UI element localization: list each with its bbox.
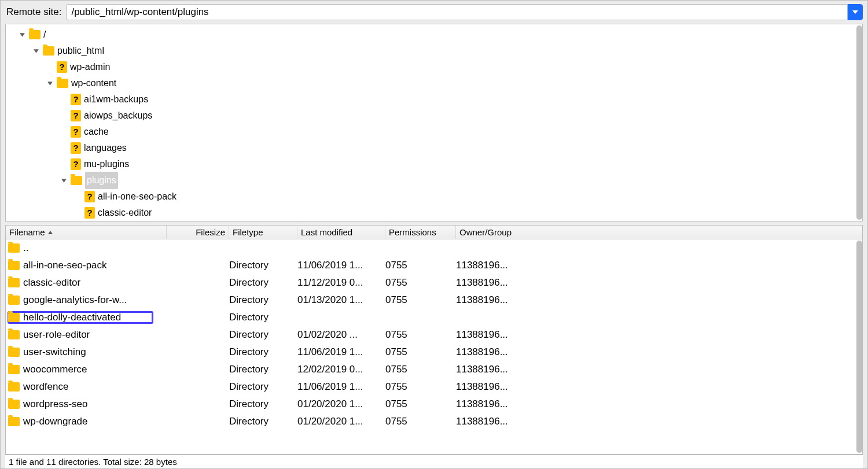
file-modified-cell: 01/20/2020 1... [297, 416, 385, 427]
file-row[interactable]: wp-downgradeDirectory01/20/2020 1...0755… [6, 413, 862, 430]
file-list-body[interactable]: ..all-in-one-seo-packDirectory11/06/2019… [6, 239, 862, 454]
file-row[interactable]: user-role-editorDirectory01/02/2020 ...0… [6, 326, 862, 344]
file-type-cell: Directory [229, 416, 297, 427]
column-permissions[interactable]: Permissions [385, 226, 456, 239]
file-name-cell: all-in-one-seo-pack [8, 260, 229, 271]
tree-node[interactable]: ?languages [9, 140, 862, 156]
file-permissions-cell: 0755 [385, 346, 456, 358]
file-type-cell: Directory [229, 364, 297, 375]
column-filetype-label: Filetype [233, 227, 263, 237]
file-name-label: user-switching [23, 346, 86, 358]
tree-scrollbar[interactable] [856, 25, 862, 220]
column-owner-group[interactable]: Owner/Group [456, 226, 862, 239]
file-row[interactable]: classic-editorDirectory11/12/2019 0...07… [6, 274, 862, 291]
tree-node[interactable]: ?ai1wm-backups [9, 91, 862, 108]
file-permissions-cell: 0755 [385, 381, 456, 393]
status-bar: 1 file and 11 directories. Total size: 2… [5, 455, 863, 468]
file-row[interactable]: wordpress-seoDirectory01/20/2020 1...075… [6, 396, 862, 413]
folder-icon [43, 46, 54, 56]
tree-node[interactable]: ?aiowps_backups [9, 108, 862, 124]
tree-node[interactable]: ?all-in-one-seo-pack [9, 189, 862, 205]
remote-path-input[interactable] [66, 4, 848, 20]
file-name-cell: user-role-editor [8, 329, 229, 341]
list-scrollbar[interactable] [856, 241, 862, 453]
file-name-label: classic-editor [23, 277, 80, 289]
file-name-cell: woocommerce [8, 364, 229, 375]
file-name-cell: .. [8, 242, 229, 254]
tree-node[interactable]: ?classic-editor [9, 205, 862, 221]
file-modified-cell: 01/20/2020 1... [297, 398, 385, 410]
file-row[interactable]: hello-dolly-deactivatedDirectory [6, 309, 862, 326]
file-name-cell: google-analytics-for-w... [8, 294, 229, 306]
file-owner-cell: 11388196... [456, 260, 527, 271]
file-modified-cell: 01/02/2020 ... [297, 329, 385, 341]
disclosure-triangle-icon[interactable] [32, 47, 40, 55]
folder-icon [8, 382, 20, 392]
tree-node-label: public_html [57, 42, 104, 60]
column-last-modified-label: Last modified [301, 227, 352, 237]
tree-node[interactable]: ?wp-admin [9, 59, 862, 75]
folder-icon [8, 278, 20, 287]
file-row[interactable]: user-switchingDirectory11/06/2019 1...07… [6, 344, 862, 361]
chevron-down-icon [852, 9, 859, 15]
column-filename[interactable]: Filename [6, 226, 167, 239]
file-list-header: Filename Filesize Filetype Last modified… [6, 226, 862, 239]
file-name-label: wordpress-seo [23, 398, 88, 410]
file-list-panel: Filename Filesize Filetype Last modified… [5, 225, 863, 455]
file-name-label: google-analytics-for-w... [23, 294, 127, 306]
tree-node[interactable]: / [9, 27, 862, 43]
tree-node[interactable]: plugins [9, 172, 862, 189]
tree-node-label: languages [84, 139, 127, 157]
file-modified-cell: 01/13/2020 1... [297, 294, 385, 306]
file-row[interactable]: woocommerceDirectory12/02/2019 0...07551… [6, 361, 862, 378]
unknown-folder-icon: ? [84, 191, 95, 202]
file-type-cell: Directory [229, 398, 297, 410]
tree-node-label: plugins [85, 172, 118, 189]
file-name-label: user-role-editor [23, 329, 90, 341]
file-row[interactable]: wordfenceDirectory11/06/2019 1...0755113… [6, 378, 862, 396]
unknown-folder-icon: ? [71, 158, 81, 170]
folder-icon [71, 176, 82, 185]
folder-icon [8, 417, 20, 426]
disclosure-triangle-icon[interactable] [18, 31, 26, 39]
file-row[interactable]: all-in-one-seo-packDirectory11/06/2019 1… [6, 257, 862, 274]
file-name-label: .. [23, 242, 28, 254]
tree-node-label: all-in-one-seo-pack [98, 188, 176, 205]
path-dropdown-button[interactable] [848, 4, 863, 20]
file-type-cell: Directory [229, 312, 297, 323]
directory-tree[interactable]: /public_html?wp-adminwp-content?ai1wm-ba… [6, 24, 862, 221]
sort-ascending-icon [47, 227, 53, 237]
file-modified-cell: 11/06/2019 1... [297, 346, 385, 358]
file-name-label: all-in-one-seo-pack [23, 260, 107, 271]
tree-node[interactable]: public_html [9, 43, 862, 59]
tree-node[interactable]: ?mu-plugins [9, 156, 862, 172]
file-permissions-cell: 0755 [385, 329, 456, 341]
file-name-label: wp-downgrade [23, 416, 88, 427]
column-owner-group-label: Owner/Group [459, 227, 512, 237]
disclosure-triangle-icon[interactable] [46, 79, 54, 87]
folder-icon [8, 365, 20, 374]
file-name-cell: wordpress-seo [8, 398, 229, 410]
column-filesize[interactable]: Filesize [167, 226, 229, 239]
file-type-cell: Directory [229, 260, 297, 271]
file-modified-cell: 12/02/2019 0... [297, 364, 385, 375]
column-last-modified[interactable]: Last modified [297, 226, 385, 239]
file-owner-cell: 11388196... [456, 364, 527, 375]
file-name-label: hello-dolly-deactivated [23, 312, 121, 323]
parent-folder-icon [8, 243, 20, 253]
path-input-wrap [66, 4, 863, 20]
tree-node-label: classic-editor [98, 204, 152, 221]
tree-node[interactable]: ?cache [9, 124, 862, 140]
unknown-folder-icon: ? [71, 142, 81, 154]
file-name-cell: classic-editor [8, 277, 229, 289]
column-filetype[interactable]: Filetype [229, 226, 297, 239]
file-row[interactable]: google-analytics-for-w...Directory01/13/… [6, 291, 862, 309]
remote-site-label: Remote site: [6, 6, 61, 18]
file-permissions-cell: 0755 [385, 364, 456, 375]
file-owner-cell: 11388196... [456, 381, 527, 393]
file-name-label: woocommerce [23, 364, 87, 375]
folder-icon [8, 400, 20, 409]
file-row[interactable]: .. [6, 239, 862, 257]
tree-node[interactable]: wp-content [9, 75, 862, 91]
disclosure-triangle-icon[interactable] [60, 176, 68, 184]
